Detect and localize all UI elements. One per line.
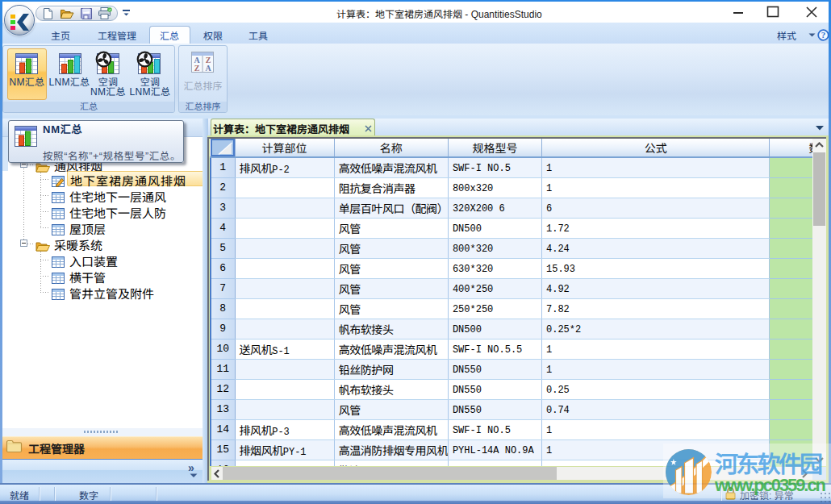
svg-text:Z: Z [194, 64, 200, 73]
svg-text:www.pc0359.cn: www.pc0359.cn [714, 475, 826, 495]
svg-text:?: ? [821, 30, 826, 40]
svg-text:河东软件园: 河东软件园 [715, 445, 823, 479]
svg-text:A: A [205, 64, 211, 73]
